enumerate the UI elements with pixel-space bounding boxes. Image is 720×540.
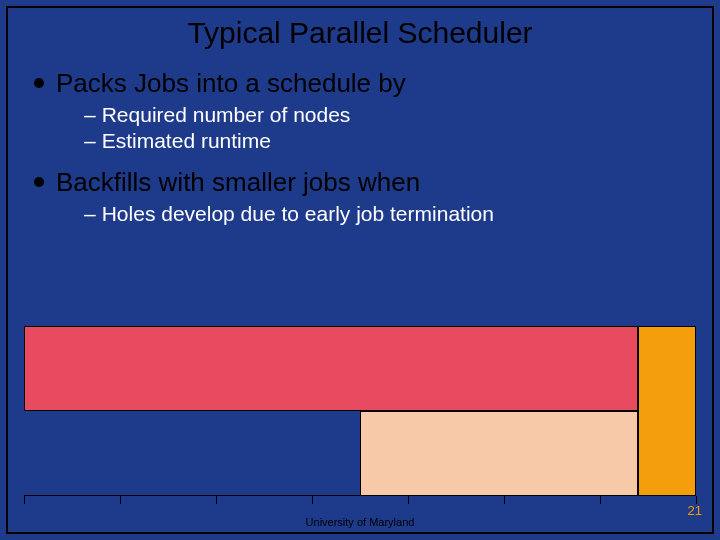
job-block-job-orange [638,326,696,496]
chart-tick [24,496,25,504]
job-block-job-red [24,326,638,411]
footer-text: University of Maryland [0,516,720,528]
chart-tick [408,496,409,504]
schedule-chart [24,326,696,496]
chart-tick [600,496,601,504]
job-block-job-peach [360,411,638,496]
chart-tick [216,496,217,504]
chart-tick [312,496,313,504]
chart-tick [120,496,121,504]
chart-tick [504,496,505,504]
